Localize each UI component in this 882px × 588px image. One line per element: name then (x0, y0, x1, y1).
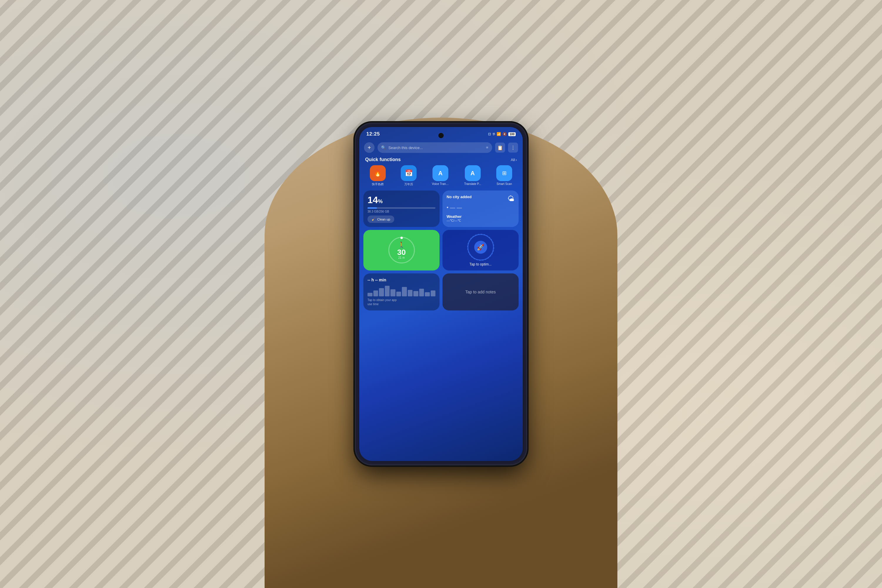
storage-bar-fill (368, 207, 377, 209)
app-icon-1: 🔥 (374, 170, 382, 177)
app-label-1: 快手热榜 (372, 182, 384, 186)
weather-city: No city added (447, 195, 472, 199)
nfc-icon: ⊡ (488, 132, 491, 136)
app-icon-5: ⊞ (502, 170, 507, 176)
steps-ring: 🚶 30 21 m (388, 237, 415, 263)
weather-dash: • — — (447, 205, 514, 211)
sparkle-icon: ✳ (486, 146, 489, 150)
steps-widget[interactable]: 🚶 30 21 m (363, 230, 440, 270)
app-icon-calendar[interactable]: 📅 万年历 (401, 165, 417, 186)
app-icon-translate[interactable]: A Translate P... (464, 165, 481, 186)
weather-label: Weather (447, 214, 514, 219)
app-icon-circle-4: A (465, 165, 481, 181)
app-icon-3: A (438, 170, 442, 177)
storage-widget[interactable]: 14% 38.3 GB/256 GB 🧹 Clean up (363, 190, 440, 227)
more-button[interactable]: ⋮ (508, 142, 518, 153)
st-bar-6 (396, 292, 401, 296)
storage-percent-sign: % (378, 198, 383, 204)
st-bar-8 (408, 290, 413, 296)
steps-icon: 🚶 (398, 242, 405, 248)
toolbar: + 🔍 Search this device... ✳ 📋 ⋮ (359, 141, 523, 154)
quick-functions-all[interactable]: All › (511, 158, 517, 162)
phone-wrapper: 12:25 ⊡ 𝔅 📶 🔇 100 + 🔍 Search this device… (356, 123, 526, 465)
steps-unit: 21 m (398, 256, 405, 259)
app-icon-circle-5: ⊞ (496, 165, 512, 181)
all-label: All (511, 158, 515, 162)
chevron-right-icon: › (516, 158, 517, 162)
optimize-widget[interactable]: 🚀 Tap to optim... (442, 230, 519, 270)
status-icons: ⊡ 𝔅 📶 🔇 100 (488, 132, 516, 136)
weather-icon: 🌤 (507, 195, 514, 203)
app-label-3: Voice Trans... (432, 182, 449, 186)
battery-indicator: 100 (508, 132, 516, 136)
st-bar-9 (413, 291, 418, 296)
st-bar-3 (379, 288, 384, 296)
phone-screen: 12:25 ⊡ 𝔅 📶 🔇 100 + 🔍 Search this device… (359, 127, 523, 461)
widget-grid: 14% 38.3 GB/256 GB 🧹 Clean up (359, 190, 523, 310)
weather-widget[interactable]: No city added 🌤 • — — Weather —℃/—℃ (442, 190, 519, 227)
app-label-5: Smart Scan (496, 182, 512, 186)
notes-text: Tap to add notes (465, 290, 496, 294)
screentime-footer: Tap to obtain your appuse time (368, 298, 435, 306)
app-icon-2: 📅 (405, 170, 413, 177)
storage-bar-container (368, 207, 435, 209)
more-icon: ⋮ (511, 145, 515, 150)
app-icon-kuaishou[interactable]: 🔥 快手热榜 (370, 165, 386, 186)
optimize-ring: 🚀 (468, 234, 494, 261)
app-label-2: 万年历 (404, 182, 413, 186)
quick-functions-title: Quick functions (365, 157, 401, 162)
optimize-text: Tap to optim... (470, 262, 492, 266)
app-icons-row: 🔥 快手热榜 📅 万年历 A Voice Trans... (359, 165, 523, 186)
app-icon-4: A (470, 170, 474, 177)
bluetooth-icon: 𝔅 (492, 132, 495, 136)
st-bar-7 (402, 287, 407, 296)
phone-device: 12:25 ⊡ 𝔅 📶 🔇 100 + 🔍 Search this device… (356, 123, 526, 465)
app-icon-voice-trans[interactable]: A Voice Trans... (432, 165, 449, 186)
steps-dot (400, 237, 403, 239)
screentime-header: -- h -- min (368, 278, 435, 282)
cleanup-button[interactable]: 🧹 Clean up (368, 216, 394, 223)
st-bar-11 (425, 292, 430, 296)
cleanup-label: Clean up (377, 218, 390, 221)
cleanup-icon: 🧹 (372, 217, 376, 221)
status-time: 12:25 (366, 131, 380, 137)
app-icon-smart-scan[interactable]: ⊞ Smart Scan (496, 165, 512, 186)
search-icon: 🔍 (381, 145, 386, 150)
app-icon-circle-1: 🔥 (370, 165, 386, 181)
optimize-icon: 🚀 (474, 241, 487, 254)
app-label-4: Translate P... (464, 182, 481, 186)
notes-widget[interactable]: Tap to add notes (442, 273, 519, 310)
st-bar-4 (385, 286, 390, 296)
screentime-bars (368, 285, 435, 296)
storage-info: 38.3 GB/256 GB (368, 210, 435, 213)
weather-temp: —℃/—℃ (447, 219, 514, 222)
battery-label: 100 (510, 133, 514, 136)
calendar-icon: 📋 (497, 145, 503, 150)
mute-icon: 🔇 (502, 132, 507, 136)
calendar-button[interactable]: 📋 (495, 142, 505, 153)
storage-percent-value: 14 (368, 195, 378, 205)
storage-bar-bg (368, 207, 435, 209)
search-placeholder-text: Search this device... (388, 146, 423, 150)
storage-used: 38.3 GB (368, 210, 378, 213)
weather-top: No city added 🌤 (447, 195, 514, 203)
st-bar-1 (368, 293, 372, 296)
camera-notch (438, 133, 444, 138)
st-bar-12 (431, 291, 436, 296)
quick-functions-header: Quick functions All › (359, 154, 523, 165)
add-button[interactable]: + (364, 142, 375, 153)
wifi-icon: 📶 (496, 132, 501, 136)
storage-total: 256 GB (379, 210, 389, 213)
app-icon-circle-2: 📅 (401, 165, 417, 181)
st-bar-5 (390, 289, 395, 296)
st-bar-2 (374, 291, 378, 296)
search-bar[interactable]: 🔍 Search this device... ✳ (378, 142, 492, 153)
storage-percent-display: 14% (368, 195, 435, 206)
app-icon-circle-3: A (432, 165, 448, 181)
screentime-widget[interactable]: -- h -- min (363, 273, 440, 310)
steps-count: 30 (397, 248, 406, 256)
st-bar-10 (419, 289, 424, 296)
